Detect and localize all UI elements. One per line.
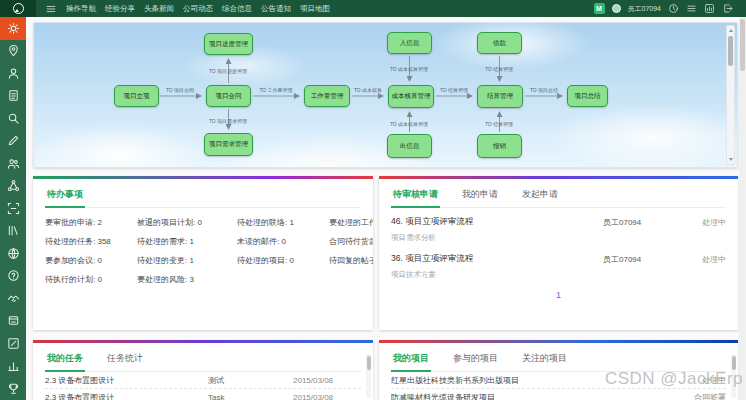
- approval-user: 员工07094: [603, 216, 678, 228]
- statistics-button[interactable]: [704, 3, 715, 14]
- flow-node-project-initiation[interactable]: 项目立项: [114, 85, 159, 107]
- team-icon: [7, 157, 20, 170]
- tab-task-stats[interactable]: 任务统计: [105, 350, 145, 371]
- todo-item[interactable]: 待处理的联络: 1: [237, 217, 325, 228]
- sidebar-item-user[interactable]: [0, 62, 26, 85]
- pagination-page-1[interactable]: 1: [391, 290, 726, 300]
- menu-item-manual[interactable]: 操作导航: [66, 4, 96, 14]
- menu-item-news[interactable]: 头条新闻: [144, 4, 174, 14]
- todo-item[interactable]: 待处理的项目: 0: [237, 255, 325, 266]
- sidebar-item-network[interactable]: [0, 175, 26, 198]
- tab-followed-projects[interactable]: 关注的项目: [520, 350, 569, 371]
- flow-node-project-contract[interactable]: 项目合同: [206, 85, 251, 107]
- sidebar-item-help[interactable]: [0, 265, 26, 288]
- menu-item-company[interactable]: 公司动态: [183, 4, 213, 14]
- sidebar-item-team[interactable]: [0, 152, 26, 175]
- task-list-button[interactable]: [686, 3, 697, 14]
- task-name: 2.3 设备布置图设计: [45, 375, 208, 386]
- flow-node-progress-mgmt[interactable]: 项目进度管理: [204, 33, 253, 55]
- sidebar-item-trophy[interactable]: [0, 377, 26, 400]
- tasks-scrollbar[interactable]: [366, 354, 371, 398]
- tab-my-tasks[interactable]: 我的任务: [45, 350, 85, 372]
- hamburger-menu-button[interactable]: [45, 3, 57, 15]
- approval-row[interactable]: 36. 项目立项评审流程 项目技术方案 员工07094 处理中: [391, 245, 726, 282]
- todo-item[interactable]: 要处理的工作: 3: [329, 217, 373, 228]
- approval-title: 46. 项目立项评审流程: [391, 216, 603, 228]
- scroll-thumb[interactable]: [728, 36, 733, 66]
- scroll-down-icon[interactable]: [729, 158, 733, 161]
- sidebar-item-scan[interactable]: [0, 197, 26, 220]
- sidebar-item-library[interactable]: [0, 220, 26, 243]
- todo-label: 待回复的帖子:: [329, 256, 373, 265]
- scroll-thumb[interactable]: [367, 356, 371, 370]
- approval-row[interactable]: 46. 项目立项评审流程 项目需求分析 员工07094 处理中: [391, 208, 726, 245]
- task-row[interactable]: 2.3 设备布置图设计 Task 2015/03/08: [45, 389, 361, 400]
- menu-item-info[interactable]: 综合信息: [222, 4, 252, 14]
- tab-my-requests[interactable]: 我的申请: [460, 186, 500, 207]
- flow-node-income-info[interactable]: 入信息: [387, 32, 432, 54]
- todo-label: 待执行的计划:: [45, 275, 97, 284]
- todo-label: 未读的邮件:: [237, 237, 281, 246]
- todo-item[interactable]: 要审批的申请: 2: [45, 217, 133, 228]
- flow-node-reimbursement[interactable]: 报销: [477, 134, 522, 158]
- todo-item[interactable]: 待回复的帖子: 0: [329, 255, 373, 266]
- flow-scrollbar[interactable]: [726, 25, 735, 165]
- flow-node-workload-mgmt[interactable]: 工作量管理: [304, 85, 350, 107]
- sidebar-item-signature[interactable]: [0, 130, 26, 153]
- task-row[interactable]: 2.3 设备布置图设计 测试 2015/03/08: [45, 372, 361, 389]
- edge-label: TO 结算管理: [485, 66, 513, 73]
- menu-item-notice[interactable]: 公告通知: [261, 4, 291, 14]
- todo-item[interactable]: 合同待付货款: 40: [329, 236, 373, 247]
- todo-value: 358: [97, 237, 110, 246]
- user-avatar[interactable]: [612, 4, 621, 13]
- todo-item[interactable]: 待执行的计划: 0: [45, 274, 133, 285]
- scroll-up-icon[interactable]: [729, 29, 733, 32]
- menu-item-experience[interactable]: 经验分享: [105, 4, 135, 14]
- todo-label: 要参加的会议:: [45, 256, 97, 265]
- todo-item[interactable]: 要参加的会议: 0: [45, 255, 133, 266]
- sidebar-item-document[interactable]: [0, 85, 26, 108]
- tab-my-projects[interactable]: 我的项目: [391, 350, 431, 372]
- sidebar-item-handshake[interactable]: [0, 287, 26, 310]
- todo-label: 要处理的工作:: [329, 218, 373, 227]
- sidebar-item-settings[interactable]: [0, 17, 26, 40]
- message-badge[interactable]: M: [594, 3, 605, 14]
- project-name: 防减噪材料光缆设备研发项目: [391, 392, 664, 400]
- todo-item[interactable]: 未读的邮件: 0: [237, 236, 325, 247]
- username-label[interactable]: 员工07094: [628, 4, 661, 14]
- sidebar-item-search[interactable]: [0, 107, 26, 130]
- todo-item[interactable]: 待处理的需求: 1: [137, 236, 233, 247]
- menu-item-projectmap[interactable]: 项目地图: [300, 4, 330, 14]
- todo-value: 1: [189, 256, 193, 265]
- todo-item[interactable]: 待处理的任务: 358: [45, 236, 133, 247]
- sidebar-item-location[interactable]: [0, 40, 26, 63]
- scroll-thumb[interactable]: [732, 356, 736, 370]
- trophy-icon: [7, 382, 20, 395]
- flow-node-loan[interactable]: 借款: [477, 32, 522, 54]
- scroll-thumb[interactable]: [740, 19, 745, 71]
- sidebar-item-chart[interactable]: [0, 355, 26, 378]
- tab-joined-projects[interactable]: 参与的项目: [451, 350, 500, 371]
- edge-label: TO 成本核算管理: [390, 66, 428, 73]
- page-scrollbar[interactable]: [739, 17, 746, 400]
- project-status: 合同签署: [664, 392, 726, 400]
- tab-initiated-requests[interactable]: 发起申请: [520, 186, 560, 207]
- flow-node-requirement-mgmt[interactable]: 项目需求管理: [204, 133, 253, 156]
- sidebar-item-invoice[interactable]: [0, 310, 26, 333]
- logout-button[interactable]: [722, 3, 733, 14]
- flow-node-cost-accounting[interactable]: 成本核算管理: [388, 85, 434, 108]
- sidebar-item-edit[interactable]: [0, 332, 26, 355]
- tab-todo[interactable]: 待办事项: [45, 186, 85, 208]
- flow-node-settlement[interactable]: 结算管理: [477, 85, 523, 108]
- edge-label: TO 成本核算管理: [390, 121, 428, 128]
- flow-node-project-summary[interactable]: 项目总结: [567, 85, 608, 107]
- sidebar-item-globe[interactable]: [0, 242, 26, 265]
- tab-pending-approval[interactable]: 待审核申请: [391, 186, 440, 208]
- scan-icon: [7, 202, 20, 215]
- flow-node-expense-info[interactable]: 出信息: [387, 134, 432, 158]
- project-row[interactable]: 防减噪材料光缆设备研发项目 合同签署: [391, 389, 726, 400]
- todo-item[interactable]: 待处理的变更: 1: [137, 255, 233, 266]
- todo-item[interactable]: 要处理的风险: 3: [137, 274, 233, 285]
- history-button[interactable]: [668, 3, 679, 14]
- todo-item[interactable]: 被退的项目计划: 0: [137, 217, 233, 228]
